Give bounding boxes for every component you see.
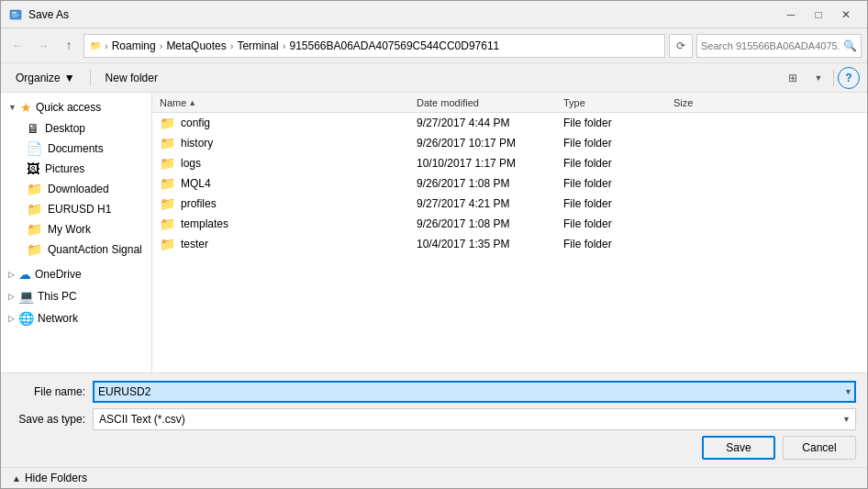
sidebar-item-downloaded[interactable]: 📁 Downloaded (1, 179, 151, 199)
eurusd-label: EURUSD H1 (48, 203, 144, 216)
search-icon: 🔍 (843, 39, 857, 52)
help-button[interactable]: ? (838, 67, 860, 89)
col-sort-arrow: ▲ (188, 98, 196, 107)
file-row[interactable]: 📁 history 9/26/2017 10:17 PM File folder (152, 133, 867, 153)
folder-icon: 📁 (160, 237, 175, 251)
file-name: MQL4 (181, 177, 211, 190)
file-cell-name: 📁 MQL4 (152, 176, 409, 191)
file-cell-type: File folder (556, 177, 666, 190)
svg-rect-1 (12, 12, 17, 14)
desktop-icon: 🖥 (27, 121, 39, 136)
file-cell-type: File folder (556, 197, 666, 210)
file-row[interactable]: 📁 templates 9/26/2017 1:08 PM File folde… (152, 214, 867, 234)
new-folder-label: New folder (106, 72, 158, 84)
hide-folders-arrow: ▲ (12, 473, 21, 483)
sidebar-section-quick-access[interactable]: ▼ ★ Quick access (1, 96, 151, 118)
file-rows: 📁 config 9/27/2017 4:44 PM File folder 📁… (152, 113, 867, 372)
folder-icon: 📁 (160, 217, 175, 231)
minimize-button[interactable]: ─ (777, 1, 805, 28)
onedrive-label: OneDrive (35, 268, 82, 281)
folder-icon: 📁 (160, 176, 175, 191)
file-cell-type: File folder (556, 238, 666, 250)
file-row[interactable]: 📁 logs 10/10/2017 1:17 PM File folder (152, 153, 867, 173)
filename-input-wrapper: ▼ (93, 381, 856, 403)
my-work-label: My Work (48, 223, 144, 236)
organize-arrow: ▼ (64, 72, 75, 84)
new-folder-button[interactable]: New folder (98, 67, 165, 89)
file-row[interactable]: 📁 profiles 9/27/2017 4:21 PM File folder (152, 194, 867, 214)
my-work-icon: 📁 (27, 222, 42, 237)
file-cell-name: 📁 logs (152, 156, 409, 171)
sidebar-item-desktop[interactable]: 🖥 Desktop 📌 (1, 118, 151, 139)
breadcrumb-terminal[interactable]: Terminal (237, 39, 278, 52)
sidebar-item-documents[interactable]: 📄 Documents 📌 (1, 139, 151, 159)
file-name: templates (181, 217, 228, 230)
toolbar-right: ⊞ ▼ ? (782, 67, 860, 89)
sidebar-section-onedrive[interactable]: ▷ ☁ OneDrive (1, 263, 151, 285)
forward-button[interactable]: → (32, 35, 54, 57)
file-name: tester (181, 238, 208, 250)
view-icon: ⊞ (788, 72, 797, 84)
breadcrumb-guid[interactable]: 915566BA06ADA407569C544CC0D97611 (289, 39, 499, 52)
col-header-date[interactable]: Date modified (409, 93, 556, 112)
breadcrumb-bar[interactable]: 📁 › Roaming › MetaQuotes › Terminal › 91… (83, 34, 665, 58)
up-button[interactable]: ↑ (58, 35, 80, 57)
col-header-size[interactable]: Size (666, 93, 740, 112)
file-row[interactable]: 📁 MQL4 9/26/2017 1:08 PM File folder (152, 173, 867, 194)
titlebar-icon (8, 7, 23, 22)
save-button[interactable]: Save (702, 436, 775, 460)
col-header-type[interactable]: Type (556, 93, 666, 112)
sidebar-item-pictures[interactable]: 🖼 Pictures 📌 (1, 159, 151, 179)
sidebar-item-eurusd-h1[interactable]: 📁 EURUSD H1 (1, 199, 151, 219)
pictures-icon: 🖼 (27, 161, 39, 176)
titlebar-buttons: ─ □ ✕ (777, 1, 860, 28)
folder-icon: 📁 (160, 136, 175, 150)
network-label: Network (38, 312, 78, 325)
action-row: Save Cancel (12, 436, 856, 460)
cancel-button[interactable]: Cancel (783, 436, 856, 460)
sidebar-item-my-work[interactable]: 📁 My Work (1, 219, 151, 239)
sidebar-section-network[interactable]: ▷ 🌐 Network (1, 307, 151, 329)
breadcrumb-metaquotes[interactable]: MetaQuotes (166, 39, 226, 52)
hide-folders-label: Hide Folders (25, 472, 87, 484)
help-icon: ? (845, 72, 851, 84)
network-icon: 🌐 (18, 311, 34, 326)
organize-label: Organize (16, 72, 61, 84)
back-button[interactable]: ← (6, 35, 28, 57)
view-arrow-button[interactable]: ▼ (807, 67, 829, 89)
breadcrumb-metaquotes-label: MetaQuotes (166, 39, 226, 52)
file-cell-date: 10/10/2017 1:17 PM (409, 157, 556, 170)
hide-folders-row[interactable]: ▲ Hide Folders (1, 467, 867, 488)
file-cell-date: 9/26/2017 10:17 PM (409, 137, 556, 150)
file-cell-name: 📁 config (152, 116, 409, 130)
quick-access-icon: ★ (20, 100, 32, 115)
filetype-select[interactable]: ASCII Text (*.csv) CSV (*.csv) Text (*.t… (93, 408, 856, 430)
folder-icon: 📁 (160, 196, 175, 211)
filetype-row: Save as type: ASCII Text (*.csv) CSV (*.… (12, 408, 856, 430)
folder-icon: 📁 (160, 116, 175, 130)
file-row[interactable]: 📁 tester 10/4/2017 1:35 PM File folder (152, 234, 867, 254)
bottom-section: File name: ▼ Save as type: ASCII Text (*… (1, 372, 867, 467)
view-button[interactable]: ⊞ (782, 67, 804, 89)
close-button[interactable]: ✕ (832, 1, 860, 28)
file-cell-type: File folder (556, 157, 666, 170)
file-cell-date: 9/26/2017 1:08 PM (409, 177, 556, 190)
filename-input[interactable] (93, 381, 856, 403)
quantaction-icon: 📁 (27, 242, 42, 257)
quick-access-arrow: ▼ (8, 103, 17, 112)
file-list-header: Name ▲ Date modified Type Size (152, 93, 867, 113)
sidebar-item-quantaction[interactable]: 📁 QuantAction Signal (1, 239, 151, 260)
file-cell-type: File folder (556, 217, 666, 230)
maximize-button[interactable]: □ (805, 1, 832, 28)
breadcrumb-roaming[interactable]: Roaming (112, 39, 156, 52)
organize-button[interactable]: Organize ▼ (8, 67, 83, 89)
col-header-name[interactable]: Name ▲ (152, 93, 409, 112)
downloaded-label: Downloaded (48, 183, 144, 195)
sidebar-section-thispc[interactable]: ▷ 💻 This PC (1, 285, 151, 307)
file-cell-date: 9/26/2017 1:08 PM (409, 217, 556, 230)
svg-rect-3 (12, 16, 17, 17)
documents-icon: 📄 (27, 141, 42, 156)
file-row[interactable]: 📁 config 9/27/2017 4:44 PM File folder (152, 113, 867, 133)
search-input[interactable] (701, 40, 840, 51)
refresh-button[interactable]: ⟳ (669, 34, 693, 58)
